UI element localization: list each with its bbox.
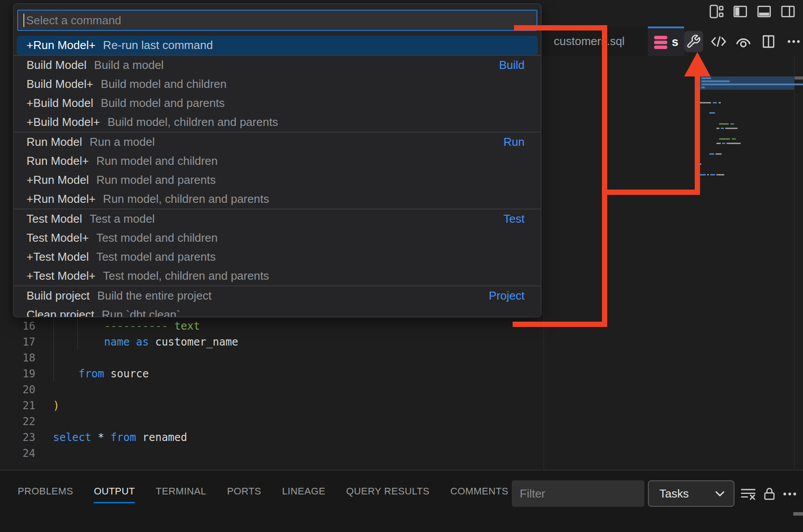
command-item-label: +Run Model+: [27, 38, 95, 52]
panel-tab-comments[interactable]: COMMENTS: [450, 479, 509, 503]
line-number: 22: [0, 414, 35, 429]
minimap-code-segment: [713, 102, 717, 103]
editor-group-border: [544, 56, 544, 470]
indent-guide: [77, 318, 78, 350]
code-text: name as customer_name: [53, 334, 238, 350]
minimap-code-segment: [725, 128, 738, 129]
line-number: 21: [0, 398, 35, 414]
code-line[interactable]: 18: [0, 350, 539, 366]
panel-tab-problems[interactable]: PROBLEMS: [18, 479, 73, 503]
command-item[interactable]: Build ModelBuild a modelBuild: [17, 56, 538, 75]
editor-scrollbar[interactable]: [795, 76, 803, 80]
tab-customers-sql[interactable]: customers.sql: [543, 27, 648, 56]
command-item-label: +Run Model+: [27, 192, 95, 206]
filter-input[interactable]: Filter: [512, 480, 644, 507]
minimap-code-segment: [700, 102, 711, 103]
more-actions-icon[interactable]: [784, 31, 803, 52]
panel-tab-query-results[interactable]: QUERY RESULTS: [346, 479, 430, 503]
command-item[interactable]: Run Model+Run model and children: [17, 152, 538, 171]
command-item[interactable]: +Run ModelRun model and parents: [17, 171, 538, 190]
command-item[interactable]: +Build ModelBuild model and parents: [17, 94, 538, 113]
command-list: +Run Model+Re-run last commandBuild Mode…: [14, 36, 541, 317]
tasks-dropdown[interactable]: Tasks: [648, 480, 734, 507]
minimap-code-segment: [716, 174, 724, 175]
line-number: 24: [0, 445, 35, 461]
wrench-icon[interactable]: [684, 31, 703, 52]
editor-actions: [684, 27, 803, 56]
line-number: 16: [0, 318, 35, 334]
panel-tab-output[interactable]: OUTPUT: [94, 479, 135, 503]
tab-label: customers.sql: [554, 34, 624, 48]
command-item-description: Test model and parents: [96, 250, 216, 264]
panel-tab-terminal[interactable]: TERMINAL: [156, 479, 206, 503]
toggle-panel-icon[interactable]: [756, 4, 772, 19]
command-item-label: Run Model: [27, 135, 82, 149]
command-item[interactable]: Test ModelTest a modelTest: [17, 209, 538, 228]
command-item-label: Build project: [27, 289, 90, 303]
command-group-badge: Run: [503, 135, 525, 149]
customize-layout-icon[interactable]: [708, 4, 724, 19]
command-item[interactable]: +Test Model+Test model, children and par…: [17, 266, 538, 285]
code-text: ---------- text: [53, 318, 200, 334]
minimap-text-bar: [701, 84, 803, 85]
panel-tab-lineage[interactable]: LINEAGE: [282, 479, 325, 503]
minimap[interactable]: [700, 76, 794, 134]
panel-tabs: PROBLEMSOUTPUTTERMINALPORTSLINEAGEQUERY …: [18, 476, 508, 507]
command-item-description: Run a model: [90, 135, 155, 149]
command-item[interactable]: +Test ModelTest model and parents: [17, 247, 538, 266]
command-item[interactable]: +Build Model+Build model, children and p…: [17, 113, 538, 132]
command-item[interactable]: Build projectBuild the entire projectPro…: [17, 286, 538, 305]
command-item[interactable]: Run ModelRun a modelRun: [17, 133, 538, 152]
code-line[interactable]: 19 from source: [0, 366, 539, 382]
code-line[interactable]: 20: [0, 382, 539, 398]
preview-eye-icon[interactable]: [734, 31, 753, 52]
code-line[interactable]: 24: [0, 445, 539, 461]
minimap-code-segment: [716, 128, 719, 129]
command-item-label: +Build Model+: [27, 115, 100, 129]
line-number: 17: [0, 334, 35, 350]
panel-tab-ports[interactable]: PORTS: [227, 479, 261, 503]
split-editor-icon[interactable]: [759, 31, 778, 52]
command-item[interactable]: +Run Model+Re-run last command: [17, 36, 538, 55]
command-item-description: Run model, children and parents: [103, 192, 269, 206]
command-item[interactable]: Clean projectRun `dbt clean`: [17, 305, 538, 317]
code-line[interactable]: 16 ---------- text: [0, 318, 539, 334]
lock-icon[interactable]: [759, 484, 780, 504]
command-item-label: +Run Model: [27, 173, 89, 187]
tab-right-group-active[interactable]: s: [648, 27, 684, 56]
command-item[interactable]: Test Model+Test model and children: [17, 228, 538, 247]
code-text: from source: [53, 366, 149, 382]
code-editor[interactable]: 16 ---------- text17 name as customer_na…: [0, 318, 539, 461]
bottom-panel: PROBLEMSOUTPUTTERMINALPORTSLINEAGEQUERY …: [0, 470, 803, 532]
text-caret: [23, 14, 24, 27]
command-item-label: Clean project: [27, 308, 94, 317]
command-item-description: Test a model: [90, 212, 155, 226]
command-item-description: Build the entire project: [97, 289, 212, 303]
command-input-placeholder: Select a command: [26, 14, 121, 27]
toggle-secondary-sidebar-icon[interactable]: [780, 4, 796, 19]
command-palette: Select a command +Run Model+Re-run last …: [13, 4, 541, 317]
panel-more-actions-icon[interactable]: [780, 484, 800, 504]
minimap-code-segment: [715, 153, 722, 155]
command-input[interactable]: Select a command: [17, 10, 537, 31]
annotation-line-vertical: [602, 25, 607, 327]
compile-code-icon[interactable]: [709, 31, 728, 52]
command-item-label: +Build Model: [27, 96, 93, 110]
minimap-code-segment: [710, 174, 715, 175]
code-line[interactable]: 23select * from renamed: [0, 429, 539, 445]
minimap-code-segment: [716, 143, 721, 144]
command-item-description: Re-run last command: [103, 38, 213, 52]
clear-output-icon[interactable]: [738, 484, 758, 504]
minimap-text-bar: [701, 87, 705, 88]
command-item[interactable]: Build Model+Build model and children: [17, 75, 538, 94]
annotation-line-bottom: [513, 322, 607, 327]
code-line[interactable]: 17 name as customer_name: [0, 334, 539, 350]
toggle-sidebar-icon[interactable]: [732, 4, 748, 19]
code-line[interactable]: 22: [0, 414, 539, 429]
code-text: select * from renamed: [53, 429, 187, 445]
command-item[interactable]: +Run Model+Run model, children and paren…: [17, 190, 538, 209]
minimap-text-bar: [701, 80, 730, 82]
minimap-text-bar: [701, 77, 711, 79]
panel-scrollbar[interactable]: [793, 512, 803, 516]
code-line[interactable]: 21): [0, 398, 539, 414]
